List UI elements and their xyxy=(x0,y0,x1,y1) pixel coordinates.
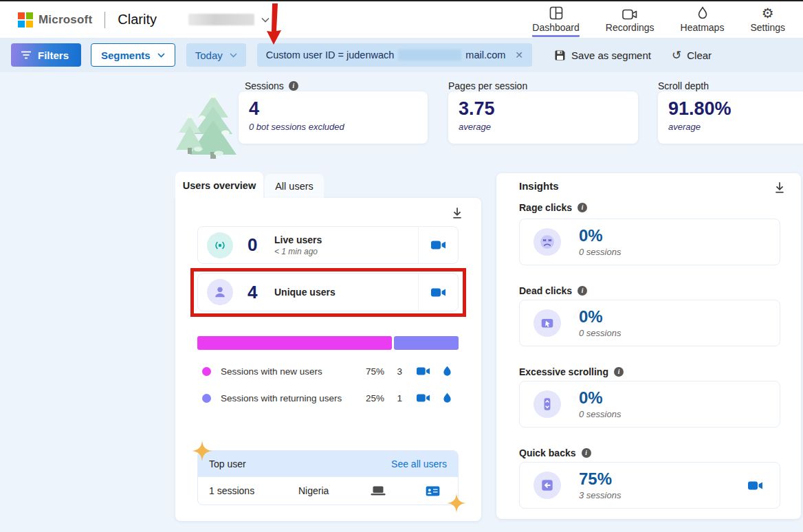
pages-label-text: Pages per session xyxy=(448,80,527,91)
insights-panel: Insights Rage clicks i 0% 0 sessions Dea… xyxy=(496,173,801,519)
video-camera-icon xyxy=(431,240,446,250)
quick-backs-card: 75% 3 sessions xyxy=(519,462,780,509)
filters-button-label: Filters xyxy=(38,49,69,61)
excessive-scrolling-card: 0% 0 sessions xyxy=(519,381,780,428)
dead-clicks-label: Dead clicks i xyxy=(519,285,587,296)
live-users-value: 0 xyxy=(248,234,260,256)
custom-user-id-filter-chip[interactable]: Custom user ID = judenwach mail.com ✕ xyxy=(257,43,532,67)
unique-users-label: Unique users xyxy=(274,287,418,298)
nav-settings[interactable]: ⚙ Settings xyxy=(750,1,785,39)
quick-backs-label: Quick backs i xyxy=(519,447,591,458)
recordings-icon xyxy=(622,6,637,20)
rage-clicks-sessions: 0 sessions xyxy=(579,247,780,257)
sessions-stat-label: Sessions i xyxy=(245,80,298,91)
video-camera-icon xyxy=(417,393,430,403)
tab-users-overview[interactable]: Users overview xyxy=(175,172,263,199)
rage-clicks-label-text: Rage clicks xyxy=(519,202,572,213)
app-header: Microsoft Clarity Dashboard Recordings H… xyxy=(0,1,803,38)
live-users-label: Live users xyxy=(274,234,418,245)
dead-clicks-label-text: Dead clicks xyxy=(519,285,572,296)
user-id-card-icon[interactable] xyxy=(426,486,440,496)
pages-per-session-value: 3.75 xyxy=(459,98,627,120)
quick-backs-sessions: 3 sessions xyxy=(579,490,748,500)
filters-button[interactable]: Filters xyxy=(11,43,81,67)
clear-filters-button[interactable]: ↺ Clear xyxy=(672,48,712,63)
info-icon[interactable]: i xyxy=(578,203,587,212)
video-camera-icon xyxy=(748,480,763,491)
nav-heatmaps[interactable]: Heatmaps xyxy=(681,1,725,39)
heatmaps-flame-icon xyxy=(696,6,709,20)
segments-button[interactable]: Segments xyxy=(91,43,175,67)
live-users-recordings-button[interactable] xyxy=(418,227,458,263)
project-selector[interactable] xyxy=(188,14,270,25)
filter-icon xyxy=(21,51,32,59)
bar-segment-new-users[interactable] xyxy=(197,336,392,350)
live-users-icon xyxy=(207,232,233,258)
returning-users-heatmap-button[interactable] xyxy=(435,392,459,403)
brand-divider xyxy=(104,12,105,28)
tab-all-users-label: All users xyxy=(275,181,314,192)
chevron-down-icon xyxy=(157,53,165,58)
returning-users-recordings-button[interactable] xyxy=(412,393,435,403)
unique-users-icon xyxy=(207,279,233,305)
info-icon[interactable]: i xyxy=(582,448,591,458)
live-users-timestamp: < 1 min ago xyxy=(274,247,418,256)
dashboard-icon xyxy=(549,6,563,20)
microsoft-logo-icon xyxy=(18,12,33,27)
sessions-split-bar xyxy=(197,336,459,350)
filter-chip-text-prefix: Custom user ID = judenwach xyxy=(266,49,395,60)
date-range-chip[interactable]: Today xyxy=(186,43,246,67)
top-user-country: Nigeria xyxy=(298,485,371,496)
quick-backs-label-text: Quick backs xyxy=(519,447,576,458)
unique-users-recordings-button[interactable] xyxy=(418,274,458,311)
legend-dot-returning xyxy=(202,394,211,403)
brand-area: Microsoft Clarity xyxy=(18,12,157,28)
save-floppy-icon xyxy=(554,49,566,61)
top-user-sessions: 1 sessions xyxy=(209,485,298,496)
info-icon[interactable]: i xyxy=(578,286,587,296)
download-icon[interactable] xyxy=(451,207,463,219)
pages-per-session-label: Pages per session xyxy=(448,80,527,91)
quick-backs-recordings-button[interactable] xyxy=(748,480,763,491)
nav-recordings-label: Recordings xyxy=(606,22,654,37)
top-user-row[interactable]: 1 sessions Nigeria xyxy=(198,477,458,505)
nav-recordings[interactable]: Recordings xyxy=(606,1,654,39)
excessive-scrolling-sessions: 0 sessions xyxy=(579,409,780,419)
nav-heatmaps-label: Heatmaps xyxy=(681,22,725,37)
top-user-section: Top user See all users 1 sessions Nigeri… xyxy=(197,450,459,505)
filter-chip-redacted xyxy=(398,49,461,60)
rage-clicks-face-icon xyxy=(534,228,561,256)
see-all-users-link[interactable]: See all users xyxy=(391,458,447,469)
remove-filter-icon[interactable]: ✕ xyxy=(515,49,523,60)
filter-bar: Filters Segments Today Custom user ID = … xyxy=(0,38,803,72)
segments-button-label: Segments xyxy=(101,49,151,61)
save-as-segment-label: Save as segment xyxy=(571,49,651,61)
nav-dashboard[interactable]: Dashboard xyxy=(532,1,580,39)
scroll-depth-value: 91.80% xyxy=(668,98,803,120)
download-icon[interactable] xyxy=(773,181,786,194)
sessions-sub: 0 bot sessions excluded xyxy=(249,122,417,132)
legend-row-returning-users: Sessions with returning users 25% 1 xyxy=(197,390,459,406)
info-icon[interactable]: i xyxy=(289,81,298,91)
scroll-depth-label-text: Scroll depth xyxy=(658,80,709,91)
top-user-header: Top user See all users xyxy=(198,451,458,477)
tab-users-overview-label: Users overview xyxy=(183,180,256,191)
quick-backs-icon xyxy=(534,472,561,499)
product-clarity: Clarity xyxy=(118,12,157,27)
save-as-segment-button[interactable]: Save as segment xyxy=(554,49,651,61)
legend-label-new: Sessions with new users xyxy=(221,366,360,377)
legend-label-returning: Sessions with returning users xyxy=(221,393,360,403)
bar-segment-returning-users[interactable] xyxy=(394,336,459,350)
video-camera-icon xyxy=(417,366,430,376)
info-icon[interactable]: i xyxy=(614,367,624,377)
scroll-depth-sub: average xyxy=(668,122,803,132)
legend-row-new-users: Sessions with new users 75% 3 xyxy=(197,364,459,379)
quick-backs-value: 75% xyxy=(579,470,748,488)
chevron-down-icon xyxy=(261,17,270,23)
tab-all-users[interactable]: All users xyxy=(265,174,324,199)
legend-pct-new: 75% xyxy=(360,366,384,377)
excessive-scrolling-value: 0% xyxy=(579,389,780,407)
new-users-recordings-button[interactable] xyxy=(412,366,435,376)
new-users-heatmap-button[interactable] xyxy=(435,366,459,377)
top-nav: Dashboard Recordings Heatmaps ⚙ Settings xyxy=(532,1,785,39)
